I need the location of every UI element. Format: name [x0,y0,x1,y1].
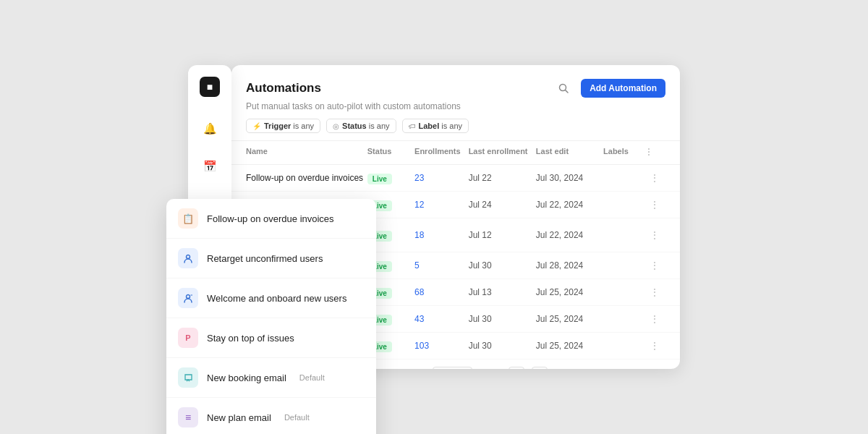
col-name: Name [246,147,367,158]
header-subtitle: Put manual tasks on auto-pilot with cust… [246,101,665,111]
last-edit-1: Jul 22, 2024 [536,200,603,210]
last-edit-4: Jul 25, 2024 [536,287,603,297]
label-filter-icon: 🏷 [409,122,416,130]
last-enroll-0: Jul 22 [469,173,536,183]
row-menu-6[interactable]: ⋮ [644,340,665,352]
dropdown-item-icon-2 [178,288,198,308]
dropdown-item-icon-1 [178,248,198,268]
row-name-0: Follow-up on overdue invoices [246,173,367,183]
dropdown-item-icon-5: ≡ [178,407,198,427]
col-last-edit: Last edit [536,147,603,158]
page-title: Automations [246,81,321,95]
header-actions: Add Automation [553,78,665,98]
dropdown-item-icon-4 [178,367,198,388]
enroll-count-2[interactable]: 18 [414,230,469,240]
dropdown-item-5[interactable]: ≡ New plan email Default [166,398,376,434]
prev-page-button[interactable]: ‹ [509,367,524,369]
svg-point-5 [187,255,190,259]
enroll-count-3[interactable]: 5 [414,260,469,271]
row-menu-2[interactable]: ⋮ [644,229,665,241]
dropdown-item-2[interactable]: Welcome and onboard new users [166,278,376,318]
svg-point-2 [648,148,650,150]
last-edit-5: Jul 25, 2024 [536,314,603,324]
filter-icon: ⚡ [252,122,261,130]
last-enroll-5: Jul 30 [469,314,536,324]
last-enroll-3: Jul 30 [469,260,536,271]
svg-point-4 [648,154,650,156]
row-menu-4[interactable]: ⋮ [644,286,665,298]
last-edit-6: Jul 25, 2024 [536,341,603,351]
dropdown-item-text-1: Retarget unconfirmed users [207,253,323,264]
col-enrollments: Enrollments [414,147,469,158]
last-enroll-6: Jul 30 [469,341,536,351]
add-automation-button[interactable]: Add Automation [581,79,665,98]
next-page-button[interactable]: › [532,367,548,369]
last-enroll-1: Jul 24 [469,200,536,210]
status-filter-icon: ◎ [333,122,339,130]
dropdown-item-icon-3: P [178,328,198,348]
last-enroll-2: Jul 12 [469,230,536,240]
table-row: Follow-up on overdue invoices Live 23 Ju… [231,165,680,192]
enroll-count-5[interactable]: 43 [414,314,469,324]
status-badge-0: Live [367,171,414,184]
col-last-enrollment: Last enrollment [469,147,536,158]
rows-per-page-select[interactable]: 25 50 100 [433,367,472,369]
dropdown-item-text-5: New plan email [207,412,271,423]
search-button[interactable] [553,78,574,98]
dropdown-item-default-5: Default [284,413,310,422]
panel-header: Automations Add Automation Put manual ta… [231,65,680,141]
row-menu-0[interactable]: ⋮ [644,172,665,184]
last-edit-3: Jul 28, 2024 [536,260,603,271]
enroll-count-1[interactable]: 12 [414,200,469,210]
enroll-count-4[interactable]: 68 [414,287,469,297]
dropdown-item-text-0: Follow-up on overdue invoices [207,213,334,224]
main-container: ■ 🔔 📅 Automations Add Automation [188,65,680,369]
dropdown-item-text-2: Welcome and onboard new users [207,293,346,304]
filter-row: ⚡ Trigger is any ◎ Status is any 🏷 Label… [246,119,665,140]
col-status: Status [367,147,414,158]
col-labels: Labels [603,147,644,158]
trigger-filter[interactable]: ⚡ Trigger is any [246,119,320,133]
svg-line-1 [566,90,569,93]
dropdown-item-text-3: Stay on top of issues [207,333,294,344]
dropdown-item-0[interactable]: 📋 Follow-up on overdue invoices [166,199,376,239]
status-filter[interactable]: ◎ Status is any [326,119,396,133]
dropdown-item-3[interactable]: P Stay on top of issues [166,318,376,358]
last-enroll-4: Jul 13 [469,287,536,297]
sidebar-calendar-icon[interactable]: 📅 [198,155,221,178]
dropdown-item-text-4: New booking email [207,373,286,383]
row-menu-1[interactable]: ⋮ [644,199,665,210]
label-filter[interactable]: 🏷 Label is any [402,119,469,133]
dropdown-item-4[interactable]: New booking email Default [166,358,376,398]
table-header: Name Status Enrollments Last enrollment … [231,141,680,165]
dropdown-item-1[interactable]: Retarget unconfirmed users [166,239,376,278]
status-label: Status is any [342,122,389,130]
trigger-label: Trigger is any [264,122,314,130]
sidebar-bell-icon[interactable]: 🔔 [198,117,221,140]
app-logo: ■ [200,77,220,97]
dropdown-item-default-4: Default [299,373,325,382]
label-label: Label is any [419,122,463,130]
enroll-count-0[interactable]: 23 [414,173,469,183]
row-menu-5[interactable]: ⋮ [644,313,665,325]
dropdown-panel: 📋 Follow-up on overdue invoices Retarget… [166,199,376,434]
svg-point-3 [648,151,650,153]
svg-point-6 [187,295,190,299]
last-edit-2: Jul 22, 2024 [536,230,603,240]
last-edit-0: Jul 30, 2024 [536,173,603,183]
col-menu [644,147,665,158]
enroll-count-6[interactable]: 103 [414,341,469,351]
dropdown-item-icon-0: 📋 [178,208,198,229]
row-menu-3[interactable]: ⋮ [644,260,665,271]
